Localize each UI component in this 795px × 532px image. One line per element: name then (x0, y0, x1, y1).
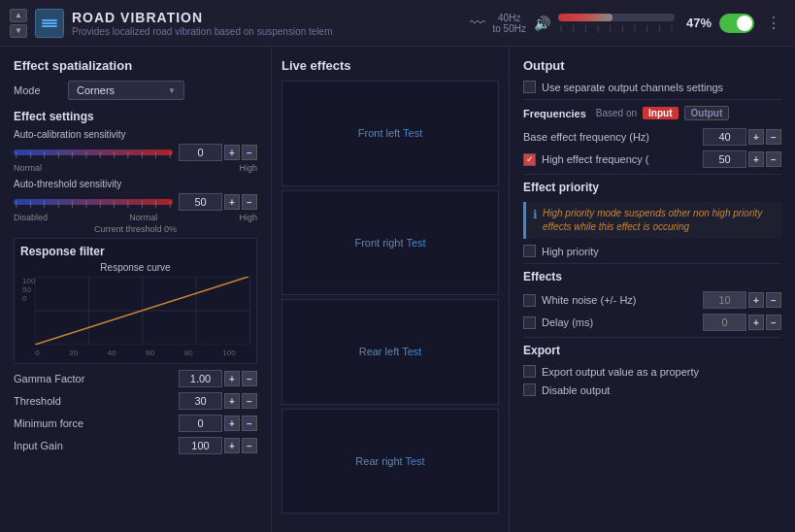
high-freq-label: High effect frequency ( (542, 153, 703, 165)
plugin-header: ▲ ▼ ROAD VIBRATION Provides localized ro… (10, 9, 470, 38)
front-right-box[interactable]: Front right Test (282, 190, 499, 296)
front-right-label: Front right Test (354, 237, 425, 249)
rear-left-box[interactable]: Rear left Test (282, 299, 499, 405)
min-force-decrement[interactable]: − (242, 416, 257, 431)
high-freq-increment[interactable]: + (748, 151, 764, 167)
high-label: High (239, 163, 257, 173)
auto-calibration-row: |||||||||||| 0 + − (14, 144, 257, 161)
effect-spatialization-title: Effect spatialization (14, 58, 257, 73)
auto-threshold-increment[interactable]: + (224, 194, 240, 210)
delay-input[interactable]: 0 (703, 314, 746, 331)
front-right-test[interactable]: Test (406, 237, 425, 249)
nav-up-button[interactable]: ▲ (10, 9, 27, 22)
output-tag-button[interactable]: Output (684, 106, 730, 120)
auto-threshold-slider[interactable]: |||||||||||| (14, 199, 173, 205)
menu-button[interactable]: ⋮ (762, 14, 785, 32)
high-priority-label: High priority (542, 246, 599, 257)
input-gain-increment[interactable]: + (224, 438, 240, 453)
response-curve-label: Response curve (20, 262, 250, 273)
high-freq-decrement[interactable]: − (766, 151, 781, 167)
use-separate-label: Use separate output channels settings (542, 82, 723, 93)
threshold-increment[interactable]: + (224, 393, 240, 409)
volume-icon[interactable]: 🔊 (534, 16, 550, 31)
plugin-info: ROAD VIBRATION Provides localized road v… (72, 10, 470, 37)
rear-right-label: Rear right Test (355, 455, 424, 467)
live-effects-title: Live effects (282, 58, 499, 73)
front-left-box[interactable]: Front left Test (282, 81, 499, 186)
plugin-icon (35, 9, 64, 38)
svg-rect-0 (42, 19, 57, 21)
delay-decrement[interactable]: − (766, 315, 781, 330)
threshold-label: Threshold (14, 395, 179, 407)
min-force-increment[interactable]: + (224, 416, 240, 431)
auto-calibration-increment[interactable]: + (224, 145, 240, 160)
nav-down-button[interactable]: ▼ (10, 24, 27, 38)
effect-settings-title: Effect settings (14, 110, 257, 123)
volume-percent: 47% (686, 16, 712, 30)
delay-label: Delay (ms) (542, 316, 703, 328)
auto-threshold-row: |||||||||||| 50 + − (14, 193, 257, 211)
input-tag-button[interactable]: Input (643, 107, 678, 119)
input-gain-input[interactable]: 100 (179, 437, 222, 454)
chart-with-yaxis: 100 50 0 (20, 277, 250, 347)
export-property-checkbox[interactable] (523, 365, 536, 378)
divider-4 (523, 337, 781, 338)
based-on-label: Based on (596, 108, 637, 118)
threshold-input[interactable]: 30 (179, 392, 222, 410)
use-separate-checkbox[interactable] (523, 81, 536, 93)
auto-threshold-decrement[interactable]: − (242, 194, 257, 210)
delay-increment[interactable]: + (748, 315, 764, 330)
disable-output-row: Disable output (523, 383, 781, 396)
threshold-decrement[interactable]: − (242, 393, 257, 409)
auto-calibration-decrement[interactable]: − (242, 145, 257, 160)
white-noise-row: White noise (+/- Hz) 10 + − (523, 291, 781, 309)
gamma-row: Gamma Factor 1.00 + − (14, 370, 257, 387)
white-noise-checkbox[interactable] (523, 294, 536, 307)
chart-area (35, 277, 250, 347)
volume-slider[interactable] (558, 14, 675, 21)
auto-threshold-slider-container: |||||||||||| 50 + − Disabled Normal High… (14, 193, 257, 234)
mode-dropdown[interactable]: Corners ▼ (68, 81, 184, 100)
delay-value-box: 0 + − (703, 314, 781, 331)
y-label-100: 100 (22, 277, 35, 285)
front-left-test[interactable]: Test (403, 127, 422, 139)
rear-left-test[interactable]: Test (402, 346, 421, 357)
chart-y-labels: 100 50 0 (22, 277, 35, 303)
auto-threshold-input[interactable]: 50 (179, 193, 222, 211)
priority-info-box: ℹ High priority mode suspends other non … (523, 202, 781, 239)
auto-calibration-slider[interactable]: |||||||||||| (14, 150, 173, 155)
auto-calibration-label: Auto-calibration sensitivity (14, 129, 257, 140)
high-freq-checkbox[interactable]: ✓ (523, 153, 536, 166)
enable-toggle[interactable] (719, 14, 754, 33)
gamma-decrement[interactable]: − (242, 371, 257, 386)
gamma-input[interactable]: 1.00 (179, 370, 222, 387)
white-noise-input[interactable]: 10 (703, 291, 746, 309)
base-freq-increment[interactable]: + (748, 129, 764, 145)
disable-output-label: Disable output (542, 384, 610, 396)
output-title: Output (523, 58, 781, 73)
input-gain-decrement[interactable]: − (242, 438, 257, 453)
base-freq-input[interactable]: 40 (703, 128, 746, 146)
response-fields: Gamma Factor 1.00 + − Threshold 30 + − M… (14, 370, 257, 454)
use-separate-row: Use separate output channels settings (523, 81, 781, 93)
effects-section-title: Effects (523, 270, 781, 283)
svg-rect-2 (42, 25, 57, 27)
white-noise-increment[interactable]: + (748, 292, 764, 308)
min-force-input[interactable]: 0 (179, 415, 222, 432)
disable-output-checkbox[interactable] (523, 383, 536, 396)
base-freq-decrement[interactable]: − (766, 129, 781, 145)
y-label-50: 50 (22, 285, 35, 294)
export-property-label: Export output value as a property (542, 366, 699, 378)
x-100: 100 (222, 349, 235, 357)
auto-calibration-value-box: 0 + − (179, 144, 257, 161)
effect-priority-title: Effect priority (523, 181, 781, 194)
rear-right-test[interactable]: Test (405, 455, 424, 467)
white-noise-decrement[interactable]: − (766, 292, 781, 308)
rear-right-box[interactable]: Rear right Test (282, 409, 499, 515)
white-noise-value-box: 10 + − (703, 291, 781, 309)
high-freq-input[interactable]: 50 (703, 150, 746, 168)
gamma-increment[interactable]: + (224, 371, 240, 386)
auto-calibration-input[interactable]: 0 (179, 144, 222, 161)
high-priority-checkbox[interactable] (523, 245, 536, 257)
delay-checkbox[interactable] (523, 316, 536, 329)
